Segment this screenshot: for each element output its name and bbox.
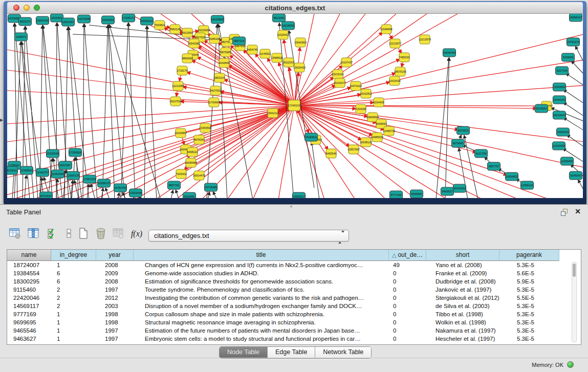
table-cell: 5.3E-5	[499, 335, 559, 343]
network-table-selector[interactable]: citations_edges.txt	[148, 230, 349, 242]
table-row[interactable]: 946362711997Embryonic stem cells: a mode…	[7, 335, 581, 343]
graph-node-label: 9097587	[60, 164, 71, 167]
table-cell: 1998	[96, 318, 134, 326]
table-cell: 9463627	[7, 335, 51, 343]
divider-grip-icon[interactable]: ▴	[290, 204, 292, 208]
delete-column-button[interactable]	[94, 227, 107, 240]
graph-node-label: 11700664	[208, 101, 220, 104]
table-row[interactable]: 969969511998Structural magnetic resonanc…	[7, 318, 581, 326]
table-cell: Yano et al. (2008)	[426, 261, 499, 269]
graph-node-label: 8215953	[536, 107, 547, 110]
column-header-title[interactable]: title	[134, 250, 389, 261]
deselect-all-rows-button[interactable]	[62, 227, 76, 240]
graph-edge	[224, 79, 294, 105]
table-cell: 0	[389, 286, 426, 294]
delete-table-button[interactable]	[112, 227, 125, 240]
graph-node-label: 16424632	[453, 187, 466, 190]
graph-node-label: 9857797	[489, 165, 499, 168]
table-cell: 0	[389, 277, 426, 286]
float-panel-icon[interactable]	[560, 208, 569, 216]
table-row[interactable]: 946554611997Estimation of the future num…	[7, 326, 581, 335]
graph-edge	[312, 142, 319, 198]
memory-status-label: Memory: OK	[532, 362, 563, 368]
graph-node-label: 13216101	[332, 73, 344, 76]
table-row[interactable]: 1830029562008Estimation of significance …	[7, 277, 581, 286]
graph-node-label: 16162811	[360, 92, 372, 95]
graph-node-label: 9699695	[411, 192, 422, 195]
table-tabs: Node TableEdge TableNetwork Table	[219, 346, 372, 359]
graph-edge	[464, 136, 478, 198]
column-header-short[interactable]: short	[426, 250, 499, 261]
table-cell: 5.3E-5	[499, 302, 559, 310]
column-header-out_de[interactable]: △out_de…	[389, 250, 426, 261]
table-row[interactable]: 2242004622012Investigating the contribut…	[7, 294, 581, 302]
graph-node-label: 9857791	[169, 184, 180, 187]
graph-node-label: 16033809	[211, 18, 224, 21]
memory-status-indicator[interactable]	[567, 361, 574, 368]
graph-node-label: 16782759	[114, 186, 126, 189]
graph-node-label: 9465546	[326, 152, 337, 155]
graph-node-label: 8322037	[284, 61, 294, 64]
create-column-button[interactable]	[77, 227, 90, 240]
column-header-pagerank[interactable]: pagerank	[499, 250, 559, 261]
table-row[interactable]: 1938455462009Genome-wide association stu…	[7, 269, 581, 277]
column-header-in_degree[interactable]: in_degree	[51, 250, 96, 261]
tab-node-table[interactable]: Node Table	[220, 347, 267, 358]
column-header-name[interactable]: name	[7, 250, 51, 261]
network-window-title: citations_edges.txt	[7, 2, 583, 14]
fx-icon: f(x)	[131, 229, 142, 238]
graph-node-label: 13626433	[293, 66, 306, 69]
graph-node-label: 7204095	[356, 107, 366, 111]
tab-edge-table[interactable]: Edge Table	[267, 347, 315, 358]
network-graph[interactable]: 1724010123002113766382289601288912954232…	[7, 14, 583, 198]
graph-node-label: 9227343	[557, 69, 568, 72]
graph-node-label: 17359928	[69, 151, 81, 154]
table-row[interactable]: 911546021997Tourette syndrome. Phenomeno…	[7, 286, 581, 294]
column-header-year[interactable]: year	[96, 250, 134, 261]
graph-node-label: 13588520	[271, 56, 283, 59]
graph-node-label: 16914479	[193, 174, 205, 177]
table-row[interactable]: 1456911722003Disruption of a novel membe…	[7, 302, 581, 310]
table-cell: 5.3E-5	[499, 326, 559, 335]
graph-node-label: 9777169	[391, 193, 402, 196]
graph-node-label: 9603274	[20, 20, 31, 23]
graph-node-label: 15692931	[557, 130, 569, 134]
table-panel-title: Table Panel	[6, 208, 41, 216]
graph-node-label: 9679945	[453, 142, 464, 145]
table-cell: 0	[389, 302, 426, 310]
close-panel-icon[interactable]: ✕	[575, 207, 581, 215]
hidden-panel-arrow-icon[interactable]: ▶	[0, 118, 3, 122]
table-cell: Changes of HCN gene expression and I(f) …	[134, 261, 389, 269]
table-cell: 9699695	[7, 318, 51, 326]
table-cell: 2012	[96, 294, 134, 302]
table-scrollbar-thumb[interactable]	[573, 264, 576, 277]
graph-node-label: 8099593	[376, 122, 387, 125]
table-settings-button[interactable]	[8, 227, 21, 240]
graph-node-label: 18724007	[40, 194, 52, 198]
function-builder-button[interactable]: f(x)	[129, 227, 144, 240]
graph-node-label: 12325413	[277, 33, 289, 36]
table-cell: 18724007	[7, 261, 51, 269]
network-canvas[interactable]: 1724010123002113766382289601288912954232…	[7, 14, 583, 198]
table-cell: 5.3E-5	[499, 261, 559, 269]
disabled-table-delete-icon	[112, 227, 124, 239]
graph-node-label: 11515434	[388, 79, 401, 82]
table-scrollbar[interactable]	[572, 262, 577, 342]
graph-edge	[25, 176, 26, 198]
graph-node-label: 8878354	[194, 138, 205, 141]
node-table: namein_degreeyeartitle△out_de…shortpager…	[7, 249, 581, 345]
table-panel: ▴ Table Panel ✕	[0, 204, 588, 372]
table-cell: Disruption of a novel member of a sodium…	[134, 302, 389, 310]
green-checks-icon	[47, 227, 59, 239]
table-row[interactable]: 977716911998Corpus callosum shape and si…	[7, 310, 581, 318]
table-cell: 0	[389, 326, 426, 335]
selected-table-name: citations_edges.txt	[154, 230, 209, 241]
network-window-titlebar[interactable]: citations_edges.txt	[7, 2, 583, 14]
show-columns-button[interactable]	[27, 227, 40, 240]
graph-node-label: 11093456	[561, 160, 573, 163]
tab-network-table[interactable]: Network Table	[315, 347, 371, 358]
table-cell: Estimation of significance thresholds fo…	[134, 277, 389, 286]
table-row[interactable]: 1872400712008Changes of HCN gene express…	[7, 261, 581, 269]
select-all-rows-button[interactable]	[46, 227, 59, 240]
table-column-icon	[27, 227, 39, 239]
